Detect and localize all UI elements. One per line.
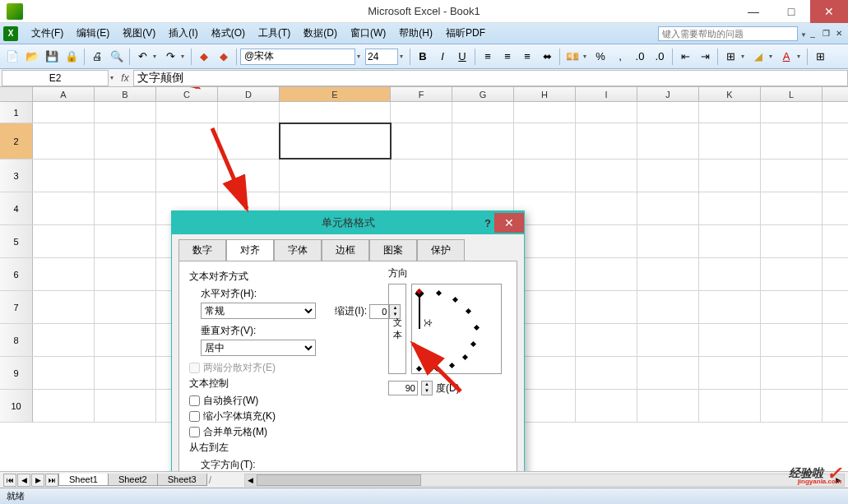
horizontal-scrollbar[interactable]: ◀ ▶: [244, 474, 845, 487]
cell[interactable]: [33, 390, 95, 422]
dialog-close-button[interactable]: ✕: [494, 213, 524, 233]
cell[interactable]: [637, 160, 699, 192]
cell[interactable]: [576, 225, 637, 257]
dialog-help-icon[interactable]: ?: [484, 217, 491, 229]
cell[interactable]: [33, 102, 95, 123]
column-header[interactable]: A: [33, 87, 95, 101]
cell[interactable]: [637, 258, 699, 290]
tab-alignment[interactable]: 对齐: [226, 239, 274, 261]
cell[interactable]: [761, 102, 823, 123]
cell[interactable]: [761, 192, 823, 224]
print-icon[interactable]: 🖨: [88, 48, 106, 66]
tab-font[interactable]: 字体: [274, 239, 322, 261]
undo-icon[interactable]: ↶: [133, 48, 151, 66]
cell[interactable]: [33, 160, 95, 192]
cell[interactable]: [452, 123, 514, 159]
align-right-icon[interactable]: ≡: [518, 48, 536, 66]
cell[interactable]: [33, 225, 95, 257]
cell[interactable]: [33, 258, 95, 290]
cell[interactable]: [761, 225, 823, 257]
column-header[interactable]: E: [280, 87, 391, 101]
currency-icon[interactable]: 💴: [563, 48, 582, 66]
tab-nav-first[interactable]: ⏮: [3, 474, 16, 487]
shrink-checkbox[interactable]: [189, 411, 200, 422]
cell[interactable]: [95, 258, 156, 290]
cell[interactable]: [514, 102, 576, 123]
help-search-input[interactable]: [658, 26, 798, 41]
cell[interactable]: [95, 160, 156, 192]
doc-minimize[interactable]: _: [807, 28, 818, 39]
h-align-select[interactable]: 常规: [201, 303, 316, 319]
cell[interactable]: [391, 102, 452, 123]
menu-insert[interactable]: 插入(I): [162, 25, 204, 42]
menu-view[interactable]: 视图(V): [116, 25, 162, 42]
currency-dropdown-icon[interactable]: ▾: [583, 53, 590, 60]
foxit-pdf-icon[interactable]: ◆: [195, 48, 213, 66]
font-family-select[interactable]: [240, 49, 355, 65]
align-left-icon[interactable]: ≡: [479, 48, 497, 66]
undo-dropdown-icon[interactable]: ▾: [153, 53, 160, 60]
doc-close[interactable]: ✕: [833, 28, 845, 39]
align-center-icon[interactable]: ≡: [498, 48, 517, 66]
cell[interactable]: [33, 192, 95, 224]
formula-input[interactable]: [133, 70, 848, 86]
orientation-arc[interactable]: 文: [411, 284, 502, 374]
maximize-button[interactable]: □: [772, 0, 810, 23]
cell[interactable]: [699, 357, 761, 389]
merge-checkbox[interactable]: [189, 427, 200, 437]
underline-icon[interactable]: U: [453, 48, 471, 66]
cell[interactable]: [637, 390, 699, 422]
name-box[interactable]: [2, 70, 109, 86]
italic-icon[interactable]: I: [433, 48, 452, 66]
cell[interactable]: [156, 123, 218, 159]
column-header[interactable]: K: [699, 87, 761, 101]
cell[interactable]: [699, 225, 761, 257]
degree-input[interactable]: [388, 381, 418, 395]
column-header[interactable]: J: [637, 87, 699, 101]
cell[interactable]: [761, 160, 823, 192]
permission-icon[interactable]: 🔒: [63, 48, 81, 66]
v-align-select[interactable]: 居中: [201, 340, 316, 356]
row-header[interactable]: 2: [0, 123, 33, 159]
cell[interactable]: [637, 291, 699, 323]
cell[interactable]: [452, 160, 514, 192]
cell[interactable]: [514, 160, 576, 192]
cell[interactable]: [761, 324, 823, 356]
fx-icon[interactable]: fx: [117, 72, 133, 84]
cell[interactable]: [699, 192, 761, 224]
percent-icon[interactable]: %: [591, 48, 609, 66]
cell[interactable]: [576, 160, 637, 192]
bold-icon[interactable]: B: [414, 48, 432, 66]
menu-window[interactable]: 窗口(W): [344, 25, 392, 42]
help-dropdown-icon[interactable]: ▼: [800, 31, 807, 39]
merge-center-icon[interactable]: ⬌: [538, 48, 556, 66]
cell[interactable]: [637, 102, 699, 123]
row-header[interactable]: 6: [0, 258, 33, 290]
borders-icon[interactable]: ⊞: [721, 48, 739, 66]
cell[interactable]: [761, 357, 823, 389]
row-header[interactable]: 9: [0, 357, 33, 389]
name-box-dropdown-icon[interactable]: ▾: [110, 74, 117, 81]
cell[interactable]: [33, 357, 95, 389]
decrease-indent-icon[interactable]: ⇤: [676, 48, 694, 66]
cell[interactable]: [95, 357, 156, 389]
cell[interactable]: [699, 258, 761, 290]
minimize-button[interactable]: —: [734, 0, 772, 23]
cell[interactable]: [33, 291, 95, 323]
fill-dropdown-icon[interactable]: ▾: [769, 53, 776, 60]
cell[interactable]: [391, 160, 452, 192]
cell[interactable]: [33, 324, 95, 356]
cell[interactable]: [576, 123, 637, 159]
column-header[interactable]: I: [576, 87, 637, 101]
cell[interactable]: [699, 390, 761, 422]
font-dropdown-icon[interactable]: ▾: [357, 53, 364, 60]
decrease-decimal-icon[interactable]: .0: [651, 48, 669, 66]
cell[interactable]: [699, 123, 761, 159]
open-icon[interactable]: 📂: [23, 48, 41, 66]
cell[interactable]: [218, 123, 280, 159]
cell[interactable]: [218, 102, 280, 123]
cell[interactable]: [218, 160, 280, 192]
tab-nav-next[interactable]: ▶: [31, 474, 44, 487]
cell[interactable]: [637, 324, 699, 356]
cell[interactable]: [95, 291, 156, 323]
